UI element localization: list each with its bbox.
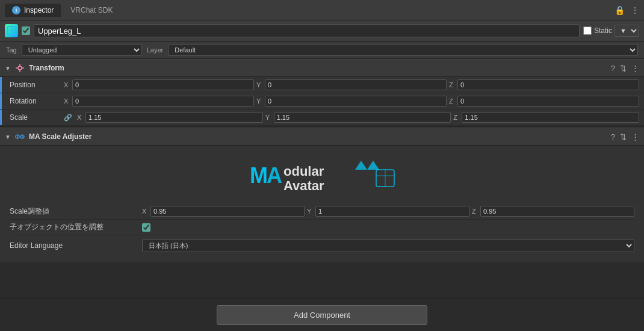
ma-settings-icon[interactable]: ⇅ [620,132,627,141]
ma-logo-svg: M A odular Avatar [244,158,400,194]
layer-select[interactable]: Default [168,44,638,56]
static-label: Static [594,26,612,35]
position-x-label: X [64,81,71,88]
ma-scale-y-label: Y [307,208,314,215]
position-label: Position [10,81,64,89]
position-y-label: Y [256,81,264,88]
position-z-label: Z [449,81,456,88]
ma-arrow[interactable]: ▼ [5,134,11,140]
ma-logo-area: M A odular Avatar [0,146,644,203]
scale-y-item: Y [265,112,451,123]
tab-bar-left: i Inspector VRChat SDK [5,4,120,17]
rotation-x-label: X [64,97,71,105]
rotation-xyz: X Y Z [64,96,639,107]
ma-child-pos-checkbox[interactable] [142,223,150,232]
position-x-item: X [64,79,254,90]
transform-tools: ? ⇅ ⋮ [611,64,639,73]
transform-section-header: ▼ Transform ? ⇅ ⋮ [0,59,644,77]
position-x-input[interactable] [72,79,254,90]
layer-label: Layer [147,46,164,54]
ma-scale-x-item: X [142,206,305,217]
ma-scale-label: Scale調整値 [10,206,142,217]
position-y-input[interactable] [265,79,447,90]
svg-text:M: M [250,163,268,188]
object-active-checkbox[interactable] [22,26,30,35]
tab-inspector[interactable]: i Inspector [5,4,61,17]
position-y-item: Y [256,79,447,90]
scale-x-input[interactable] [85,112,263,123]
position-xyz: X Y Z [64,79,639,90]
ma-scale-y-item: Y [307,206,469,217]
ma-scale-z-item: Z [472,206,634,217]
scale-y-input[interactable] [274,112,451,123]
ma-child-pos-row: 子オブジェクトの位置を調整 [10,220,634,235]
position-z-input[interactable] [457,79,639,90]
transform-section: Position X Y Z Rotation X Y [0,77,644,126]
rotation-row: Rotation X Y Z [0,93,644,110]
add-component-button[interactable]: Add Component [217,305,427,325]
tag-select[interactable]: Untagged [22,44,142,56]
menu-icon[interactable]: ⋮ [631,5,639,15]
scale-z-input[interactable] [462,112,639,123]
rotation-z-label: Z [449,97,456,105]
scale-xyz: 🔗 X Y Z [64,112,639,123]
rotation-x-item: X [64,96,254,107]
object-header: Static ▼ [0,20,644,42]
scale-link-icon: 🔗 [64,114,72,122]
static-area: Static ▼ [583,25,639,37]
tab-vrchat-label: VRChat SDK [70,6,113,14]
editor-lang-label: Editor Language [10,241,142,250]
object-icon [5,24,18,37]
svg-point-3 [18,66,22,70]
rotation-y-label: Y [256,97,264,105]
transform-settings-icon[interactable]: ⇅ [620,64,627,73]
object-name-input[interactable] [34,24,580,37]
svg-text:Avatar: Avatar [283,178,324,193]
info-icon: i [12,6,20,14]
transform-arrow[interactable]: ▼ [5,65,11,72]
ma-scale-xyz: X Y Z [142,206,634,217]
ma-child-pos-label: 子オブジェクトの位置を調整 [10,222,142,232]
svg-marker-17 [367,161,379,170]
tag-label: Tag [6,46,17,54]
transform-help-icon[interactable]: ? [611,64,615,73]
ma-title: MA Scale Adjuster [29,132,607,141]
rotation-label: Rotation [10,97,64,105]
tab-bar: i Inspector VRChat SDK 🔒 ⋮ [0,0,644,20]
ma-scale-x-label: X [142,208,149,215]
position-z-item: Z [449,79,639,90]
editor-lang-select[interactable]: 日本語 (日本) English [142,239,634,252]
tag-layer-row: Tag Untagged Layer Default [0,42,644,59]
ma-section-header: ▼ MA Scale Adjuster ? ⇅ ⋮ [0,128,644,146]
rotation-z-input[interactable] [457,96,639,107]
static-dropdown[interactable]: ▼ [615,25,639,37]
static-checkbox[interactable] [583,26,592,35]
rotation-x-input[interactable] [72,96,254,107]
bottom-bar: Add Component [0,299,644,331]
transform-icon [14,63,25,73]
rotation-z-item: Z [449,96,639,107]
lock-icon[interactable]: 🔒 [615,5,625,15]
position-row: Position X Y Z [0,77,644,93]
ma-body: Scale調整値 X Y Z 子オブジェクトの位置を調整 [0,203,644,262]
tab-vrchat[interactable]: VRChat SDK [63,4,120,17]
ma-scale-x-input[interactable] [150,206,305,217]
scale-z-label: Z [453,114,460,121]
ma-icon [14,131,25,142]
svg-marker-16 [355,161,367,170]
scale-row: Scale 🔗 X Y Z [0,110,644,126]
scale-z-item: Z [453,112,639,123]
rotation-y-input[interactable] [265,96,447,107]
transform-title: Transform [29,64,607,72]
transform-menu-icon[interactable]: ⋮ [631,64,639,73]
svg-text:A: A [267,163,282,188]
ma-scale-y-input[interactable] [315,206,469,217]
scale-y-label: Y [265,114,273,121]
ma-help-icon[interactable]: ? [611,132,615,141]
ma-section-body: M A odular Avatar Scale調整値 X [0,146,644,262]
ma-scale-z-input[interactable] [480,206,634,217]
ma-menu-icon[interactable]: ⋮ [631,132,639,141]
ma-tools: ? ⇅ ⋮ [611,132,639,141]
scale-label: Scale [10,113,64,122]
ma-scale-row: Scale調整値 X Y Z [10,203,634,220]
